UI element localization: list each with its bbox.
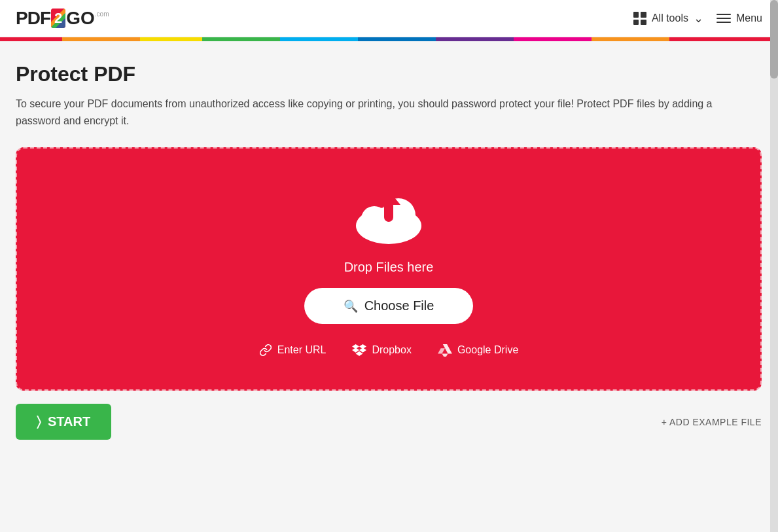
header: PDF 2 GO .com All tools ⌄ Menu [0, 0, 778, 37]
enter-url-label: Enter URL [277, 344, 327, 356]
chevron-right-icon: 〉 [37, 414, 41, 429]
choose-file-button[interactable]: 🔍 Choose File [304, 288, 474, 324]
logo-2-badge: 2 [51, 9, 65, 28]
scrollbar[interactable] [770, 0, 778, 532]
upload-area[interactable]: Drop Files here 🔍 Choose File Enter URL [16, 147, 762, 391]
logo-go-text: GO [66, 8, 95, 29]
grid-icon [633, 12, 646, 25]
google-drive-icon [438, 344, 452, 357]
search-icon: 🔍 [344, 299, 358, 313]
page-title: Protect PDF [16, 62, 762, 86]
menu-button[interactable]: Menu [716, 12, 762, 24]
start-button[interactable]: 〉 START [16, 404, 111, 440]
all-tools-label: All tools [652, 12, 688, 24]
google-drive-label: Google Drive [457, 344, 518, 356]
hamburger-icon [716, 14, 731, 23]
svg-marker-4 [377, 190, 400, 205]
header-nav: All tools ⌄ Menu [633, 11, 762, 26]
add-example-button[interactable]: + ADD EXAMPLE FILE [662, 417, 762, 427]
page-description: To secure your PDF documents from unauth… [16, 96, 735, 129]
logo-com-text: .com [95, 10, 109, 18]
svg-marker-11 [438, 348, 445, 353]
logo[interactable]: PDF 2 GO .com [16, 8, 109, 29]
svg-marker-12 [442, 354, 448, 357]
dropbox-link[interactable]: Dropbox [352, 344, 411, 357]
menu-label: Menu [736, 12, 762, 24]
svg-marker-9 [356, 351, 363, 356]
svg-marker-7 [353, 348, 360, 353]
main-content: Protect PDF To secure your PDF documents… [0, 41, 778, 455]
enter-url-link[interactable]: Enter URL [259, 344, 327, 357]
all-tools-button[interactable]: All tools ⌄ [633, 11, 703, 26]
svg-marker-8 [359, 348, 366, 353]
link-icon [259, 344, 272, 357]
dropbox-label: Dropbox [372, 344, 411, 356]
choose-file-label: Choose File [364, 298, 434, 313]
dropbox-icon [352, 344, 366, 357]
scrollbar-thumb[interactable] [770, 0, 778, 79]
upload-cloud-icon [349, 181, 428, 247]
google-drive-link[interactable]: Google Drive [438, 344, 518, 357]
cloud-links: Enter URL Dropbox Google Drive [259, 344, 519, 357]
add-example-label: + ADD EXAMPLE FILE [662, 417, 762, 427]
drop-files-text: Drop Files here [344, 260, 434, 275]
start-label: START [48, 414, 90, 429]
logo-pdf-text: PDF [16, 8, 50, 29]
chevron-down-icon: ⌄ [694, 11, 703, 26]
bottom-bar: 〉 START + ADD EXAMPLE FILE [16, 404, 762, 440]
